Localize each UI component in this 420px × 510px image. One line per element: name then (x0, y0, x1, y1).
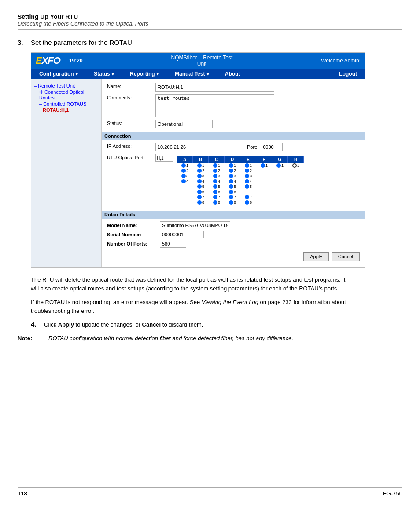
ports-input[interactable] (160, 240, 186, 248)
port-C4[interactable]: 4 (209, 179, 225, 184)
port-C2[interactable]: 2 (209, 168, 225, 173)
model-row: Model Name: (107, 221, 360, 229)
port-E5[interactable]: 5 (240, 184, 256, 189)
port-D7[interactable]: 7 (225, 194, 240, 200)
sidebar-item-controlled-rotaus[interactable]: – Controlled ROTAUS (34, 101, 99, 107)
button-row: Apply Cancel (107, 252, 360, 264)
port-E4[interactable]: 4 (240, 179, 256, 184)
sidebar-item-rotau[interactable]: ROTAU:H,1 (34, 107, 99, 113)
port-H1[interactable]: 1 (288, 163, 304, 168)
port-row-3: 3 3 3 3 3 (177, 173, 304, 179)
ip-row: IP Address: Port: (107, 143, 360, 151)
port-E6 (240, 191, 256, 192)
serial-input[interactable] (160, 231, 204, 238)
comments-label: Comments: (107, 94, 155, 100)
port-G6 (272, 191, 288, 192)
port-A8 (177, 202, 193, 203)
port-B5[interactable]: 5 (193, 184, 209, 189)
port-D6[interactable]: 6 (225, 189, 240, 194)
port-B6[interactable]: 6 (193, 189, 209, 194)
port-C1[interactable]: 1 (209, 163, 225, 168)
note-text: ROTAU configuration with normal detectio… (48, 334, 348, 343)
port-grid-header: A B C D E F G H (177, 156, 304, 163)
port-B2[interactable]: 2 (193, 168, 209, 173)
port-C8[interactable]: 8 (209, 200, 225, 205)
port-C5[interactable]: 5 (209, 184, 225, 189)
apply-button[interactable]: Apply (303, 252, 329, 261)
ip-input[interactable] (155, 143, 243, 151)
port-D2[interactable]: 2 (225, 168, 240, 173)
rotau-details-header: Rotau Details: (102, 211, 365, 219)
port-C7[interactable]: 7 (209, 194, 225, 200)
port-F1[interactable]: 1 (256, 163, 272, 168)
status-label: Status: (107, 120, 155, 126)
col-F: F (256, 156, 272, 163)
port-D1[interactable]: 1 (225, 163, 240, 168)
port-H2 (288, 170, 304, 171)
port-F5 (256, 186, 272, 187)
port-H8 (288, 202, 304, 203)
port-row-2: 2 2 2 2 2 (177, 168, 304, 173)
sidebar-item-optical-routes[interactable]: ✚ Connected Optical Routes (34, 89, 99, 101)
port-A2[interactable]: 2 (177, 168, 193, 173)
port-E3[interactable]: 3 (240, 173, 256, 179)
nav-status[interactable]: Status ▾ (86, 69, 122, 79)
top-bar: EXFO 19:20 NQMSfiber – Remote Test Unit … (31, 53, 365, 69)
note-label: Note: (18, 335, 48, 341)
subtitle: Detecting the Fibers Connected to the Op… (18, 20, 402, 27)
port-A1[interactable]: 1 (177, 163, 193, 168)
comments-textarea[interactable]: test routes (155, 94, 274, 117)
port-G1[interactable]: 1 (272, 163, 288, 168)
note-row: Note: ROTAU configuration with normal de… (18, 334, 402, 343)
port-B3[interactable]: 3 (193, 173, 209, 179)
port-input[interactable] (261, 143, 283, 151)
apply-text: Apply (58, 321, 74, 328)
port-B8[interactable]: 8 (193, 200, 209, 205)
name-input[interactable] (155, 83, 274, 92)
rtu-port-input[interactable] (155, 154, 173, 162)
port-D5[interactable]: 5 (225, 184, 240, 189)
ports-row: Number Of Ports: (107, 240, 360, 248)
comments-row: Comments: test routes (107, 94, 360, 117)
port-H4 (288, 181, 304, 182)
port-F3 (256, 176, 272, 176)
status-input[interactable] (155, 120, 213, 128)
nav-logout[interactable]: Logout (331, 69, 365, 79)
port-D3[interactable]: 3 (225, 173, 240, 179)
port-B1[interactable]: 1 (193, 163, 209, 168)
chapter-title: Setting Up Your RTU (18, 13, 402, 20)
page-footer: 118 FG-750 (18, 487, 402, 497)
cancel-text: Cancel (142, 321, 161, 328)
nav-about[interactable]: About (217, 69, 248, 79)
port-F2 (256, 170, 272, 171)
cancel-button[interactable]: Cancel (332, 252, 360, 261)
sidebar: – Remote Test Unit ✚ Connected Optical R… (31, 79, 102, 267)
port-B4[interactable]: 4 (193, 179, 209, 184)
port-H7 (288, 197, 304, 198)
nav-manual-test[interactable]: Manual Test ▾ (167, 69, 217, 79)
port-G3 (272, 176, 288, 176)
port-E1[interactable]: 1 (240, 163, 256, 168)
port-H6 (288, 191, 304, 192)
ui-panel: EXFO 19:20 NQMSfiber – Remote Test Unit … (31, 52, 365, 268)
port-row-7: 7 7 7 7 (177, 194, 304, 200)
port-B7[interactable]: 7 (193, 194, 209, 200)
port-D4[interactable]: 4 (225, 179, 240, 184)
nav-configuration[interactable]: Configuration ▾ (31, 69, 86, 79)
port-E2[interactable]: 2 (240, 168, 256, 173)
port-E7[interactable]: 7 (240, 194, 256, 200)
model-input[interactable] (160, 221, 230, 229)
port-label: Port: (247, 144, 257, 150)
body-para2: If the ROTAU is not responding, an error… (31, 298, 348, 315)
nav-reporting[interactable]: Reporting ▾ (122, 69, 167, 79)
port-A4[interactable]: 4 (177, 179, 193, 184)
port-C6[interactable]: 6 (209, 189, 225, 194)
sidebar-item-rtu[interactable]: – Remote Test Unit (34, 83, 99, 89)
port-A3[interactable]: 3 (177, 173, 193, 179)
content-area: – Remote Test Unit ✚ Connected Optical R… (31, 79, 365, 267)
port-E8[interactable]: 8 (240, 200, 256, 205)
rtu-port-row: RTU Optical Port: A B C D E F G H (107, 154, 360, 207)
col-E: E (240, 156, 256, 163)
port-D8[interactable]: 8 (225, 200, 240, 205)
port-C3[interactable]: 3 (209, 173, 225, 179)
